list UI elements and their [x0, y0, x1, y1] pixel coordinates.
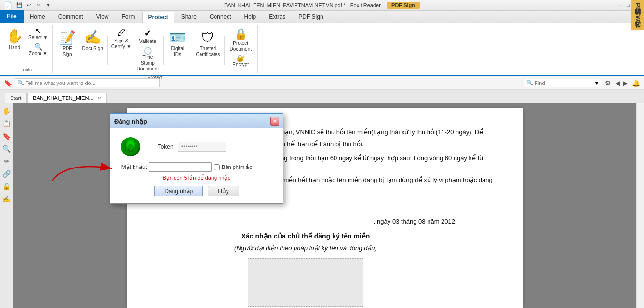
- find-settings-icon[interactable]: ▼: [594, 80, 600, 86]
- tool-digital-ids[interactable]: 🪪 DigitalIDs: [166, 27, 189, 59]
- left-bookmark-icon[interactable]: 🔖: [1, 130, 13, 142]
- left-edit-icon[interactable]: ✏: [1, 155, 13, 167]
- nav-arrows: ◀ ▶: [614, 79, 629, 87]
- tool-pdf-sign[interactable]: 📝 PDFSign: [55, 27, 79, 59]
- viettel-logo: [120, 136, 141, 157]
- timestamp-icon: 🕐: [144, 47, 152, 55]
- sep4: [224, 36, 225, 65]
- left-clipboard-icon[interactable]: 📋: [1, 118, 13, 129]
- search-bar: 🔖 🔍 🔍 ▼ ⚙ ◀ ▶ 🔔: [0, 76, 644, 90]
- tab-home[interactable]: Home: [24, 11, 52, 23]
- minimize-btn[interactable]: ─: [616, 2, 623, 9]
- tab-start[interactable]: Start: [5, 93, 27, 103]
- tool-timestamp[interactable]: 🕐 Time StampDocument: [134, 46, 161, 73]
- cancel-button[interactable]: Hủy: [208, 186, 239, 196]
- left-hand-icon[interactable]: ✋: [1, 105, 13, 117]
- login-dialog: Đăng nhập ✕: [110, 113, 283, 204]
- nav-right-icon[interactable]: ▶: [622, 79, 629, 87]
- left-lock-icon[interactable]: 🔒: [1, 181, 13, 192]
- select-label: Select ▼: [28, 35, 48, 41]
- trusted-certs-icon: 🛡: [199, 28, 216, 46]
- tabs-bar: Start BAN_KHAI_TEN_MIEN... ✕: [0, 90, 644, 103]
- tool-trusted-certs[interactable]: 🛡 TrustedCertificates: [193, 27, 222, 59]
- tab-view[interactable]: View: [90, 11, 115, 23]
- dialog-title-bar: Đăng nhập ✕: [110, 114, 283, 128]
- tab-document[interactable]: BAN_KHAI_TEN_MIEN... ✕: [27, 93, 106, 103]
- main-area: ✋ 📋 🔖 🔍 ✏ 🔗 🔒 ✍ 4. Tên miền VN sau 55 ng…: [0, 103, 644, 308]
- digital-ids-icon: 🪪: [169, 28, 186, 46]
- virtual-keyboard-checkbox[interactable]: [214, 164, 220, 170]
- tool-select[interactable]: ↖ Select ▼: [27, 26, 49, 42]
- select-icon: ↖: [35, 27, 41, 35]
- sign-certify-label: Sign &Certify ▼: [111, 38, 132, 50]
- tool-validate[interactable]: ✔ Validate: [134, 27, 161, 45]
- ribbon-group-tools: ✋ Hand ↖ Select ▼ 🔍 Zoom ▼ Tools: [0, 25, 53, 73]
- tool-encrypt[interactable]: 🔐 Encrypt: [229, 54, 252, 68]
- protect-doc-label: ProtectDocument: [229, 41, 252, 52]
- bookmark-icon[interactable]: 🔖: [4, 79, 12, 87]
- dialog-hint: Bạn còn 5 lần để đăng nhập: [120, 175, 273, 181]
- tab-share[interactable]: Share: [175, 11, 203, 23]
- title-bar: 📄 💾 ↩ ↪ ▼ BAN_KHAI_TEN_MIEN_PAVIETNAM.NE…: [0, 0, 644, 11]
- tool-sign-certify[interactable]: 🖊 Sign &Certify ▼: [110, 27, 133, 51]
- dialog-close-button[interactable]: ✕: [270, 117, 279, 126]
- settings-icon[interactable]: ⚙: [605, 79, 611, 87]
- tab-file[interactable]: File: [0, 10, 24, 23]
- ribbon-toolbar: ✋ Hand ↖ Select ▼ 🔍 Zoom ▼ Tools 📝 PDFSi…: [0, 23, 644, 76]
- qa-save[interactable]: 💾: [15, 1, 24, 10]
- password-row: Mật khẩu: Bàn phím ảo: [120, 162, 273, 172]
- right-badge-text: 福昕PDF转Wor: [634, 3, 642, 28]
- pdf-sign-label: PDFSign: [62, 46, 72, 57]
- ribbon-tabs: File Home Comment View Form Protect Shar…: [0, 11, 644, 23]
- tool-zoom[interactable]: 🔍 Zoom ▼: [27, 42, 49, 57]
- qa-redo[interactable]: ↪: [34, 1, 43, 10]
- password-input[interactable]: [149, 162, 212, 172]
- tool-hand[interactable]: ✋ Hand: [3, 26, 26, 52]
- nav-left-icon[interactable]: ◀: [614, 79, 621, 87]
- doc-tab-close-btn[interactable]: ✕: [97, 96, 101, 101]
- app-icon: 📄: [4, 1, 12, 9]
- search-icon: 🔍: [17, 80, 24, 86]
- qa-dropdown[interactable]: ▼: [44, 1, 53, 10]
- login-button[interactable]: Đăng nhập: [154, 186, 203, 196]
- docusign-label: DocuSign: [82, 46, 103, 52]
- hand-icon: ✋: [6, 28, 23, 45]
- digital-ids-label: DigitalIDs: [171, 46, 185, 57]
- qa-undo[interactable]: ↩: [25, 1, 33, 10]
- sep1: [107, 36, 108, 65]
- pdfsign-title-badge: PDF Sign: [387, 2, 420, 9]
- notification-icon[interactable]: 🔔: [632, 79, 640, 87]
- sep2: [163, 36, 164, 65]
- tab-form[interactable]: Form: [116, 11, 142, 23]
- maximize-btn[interactable]: □: [625, 2, 631, 9]
- protect-items: 📝 PDFSign ✍ DocuSign 🖊 Sign &Certify ▼ ✔…: [55, 26, 255, 74]
- tab-protect[interactable]: Protect: [142, 12, 174, 23]
- left-search-icon[interactable]: 🔍: [1, 143, 13, 154]
- token-label: Token:: [148, 143, 175, 150]
- search-wrap: 🔍: [15, 78, 160, 87]
- tool-docusign[interactable]: ✍ DocuSign: [80, 27, 105, 53]
- tab-extras[interactable]: Extras: [263, 11, 292, 23]
- sign-certify-icon: 🖊: [117, 28, 126, 38]
- zoom-label: Zoom ▼: [29, 51, 47, 56]
- tool-protect-doc[interactable]: 🔒 ProtectDocument: [227, 27, 255, 53]
- dialog-title: Đăng nhập: [114, 118, 147, 125]
- token-field-row: Token: ••••••••: [148, 142, 226, 152]
- search-input[interactable]: [26, 80, 157, 86]
- tab-connect[interactable]: Connect: [203, 11, 238, 23]
- separator: * -: [344, 2, 350, 8]
- virtual-keyboard-label: Bàn phím ảo: [222, 164, 252, 170]
- trusted-certs-label: TrustedCertificates: [196, 46, 220, 57]
- find-input[interactable]: [535, 80, 592, 86]
- left-sign-icon[interactable]: ✍: [1, 193, 13, 205]
- viettel-logo-circle: [121, 137, 140, 156]
- tab-pdfsign[interactable]: PDF Sign: [292, 11, 329, 23]
- encrypt-label: Encrypt: [232, 62, 249, 68]
- tab-help[interactable]: Help: [238, 11, 263, 23]
- protect-doc-icon: 🔒: [234, 28, 247, 41]
- tab-comment[interactable]: Comment: [52, 11, 90, 23]
- right-badge[interactable]: 福昕PDF转Wor: [631, 0, 644, 30]
- right-scrollbar[interactable]: [636, 103, 644, 308]
- dialog-buttons: Đăng nhập Hủy: [120, 186, 273, 196]
- left-link-icon[interactable]: 🔗: [1, 168, 13, 180]
